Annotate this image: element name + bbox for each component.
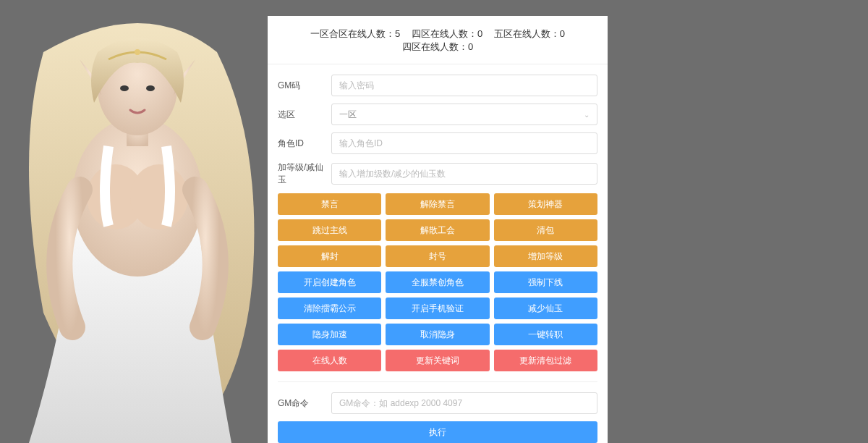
update-keywords-button[interactable]: 更新关键词 bbox=[386, 350, 489, 371]
stat-zone1: 一区合区在线人数：5 bbox=[310, 28, 400, 41]
disable-create-role-button[interactable]: 全服禁创角色 bbox=[386, 271, 489, 293]
gm-cmd-label: GM命令 bbox=[278, 397, 331, 410]
gm-cmd-input[interactable] bbox=[331, 392, 597, 414]
execute-button[interactable]: 执行 bbox=[278, 421, 597, 443]
svg-point-2 bbox=[130, 164, 188, 229]
update-clear-filter-button[interactable]: 更新清包过滤 bbox=[494, 350, 597, 371]
section-divider bbox=[278, 381, 597, 382]
svg-point-6 bbox=[120, 85, 129, 91]
zone-label: 选区 bbox=[278, 109, 331, 121]
clear-bag-button[interactable]: 清包 bbox=[494, 219, 597, 241]
character-illustration bbox=[0, 9, 282, 443]
ban-button[interactable]: 封号 bbox=[386, 245, 489, 267]
svg-point-5 bbox=[135, 49, 140, 55]
cancel-stealth-button[interactable]: 取消隐身 bbox=[386, 324, 489, 345]
add-level-button[interactable]: 增加等级 bbox=[494, 245, 597, 267]
svg-point-1 bbox=[87, 164, 145, 229]
level-jade-input[interactable] bbox=[331, 163, 597, 185]
stat-zone5: 五区在线人数：0 bbox=[494, 28, 565, 41]
enable-create-role-button[interactable]: 开启创建角色 bbox=[278, 271, 381, 293]
zone-select-value: 一区 bbox=[339, 109, 357, 121]
action-button-grid: 禁言 解除禁言 策划神器 跳过主线 解散工会 清包 解封 封号 增加等级 开启创… bbox=[278, 193, 597, 371]
online-stats-bar: 一区合区在线人数：5 四区在线人数：0 五区在线人数：0 四区在线人数：0 bbox=[268, 16, 608, 64]
svg-point-0 bbox=[72, 117, 203, 277]
level-jade-label: 加等级/减仙玉 bbox=[278, 161, 331, 186]
gm-code-label: GM码 bbox=[278, 80, 331, 92]
unmute-button[interactable]: 解除禁言 bbox=[386, 193, 489, 215]
stat-zone4a: 四区在线人数：0 bbox=[412, 28, 482, 41]
stat-zone4b: 四区在线人数：0 bbox=[402, 41, 473, 54]
chevron-down-icon: ⌄ bbox=[584, 111, 590, 119]
force-offline-button[interactable]: 强制下线 bbox=[494, 271, 597, 293]
svg-rect-3 bbox=[127, 117, 148, 146]
reduce-jade-button[interactable]: 减少仙玉 bbox=[494, 298, 597, 319]
unban-button[interactable]: 解封 bbox=[278, 245, 381, 267]
gm-form-section: GM码 选区 一区 ⌄ 角色ID 加等级/减仙玉 bbox=[268, 64, 608, 443]
svg-point-4 bbox=[98, 41, 177, 135]
role-id-input[interactable] bbox=[331, 132, 597, 154]
skip-main-button[interactable]: 跳过主线 bbox=[278, 219, 381, 241]
enable-phone-verify-button[interactable]: 开启手机验证 bbox=[386, 298, 489, 319]
role-id-label: 角色ID bbox=[278, 138, 331, 150]
svg-point-7 bbox=[146, 85, 155, 91]
disband-guild-button[interactable]: 解散工会 bbox=[386, 219, 489, 241]
clear-arena-button[interactable]: 清除擂霸公示 bbox=[278, 298, 381, 319]
zone-select[interactable]: 一区 ⌄ bbox=[331, 104, 597, 125]
online-count-button[interactable]: 在线人数 bbox=[278, 350, 381, 371]
gm-code-input[interactable] bbox=[331, 75, 597, 96]
gm-admin-panel: 一区合区在线人数：5 四区在线人数：0 五区在线人数：0 四区在线人数：0 GM… bbox=[268, 16, 608, 443]
stealth-speed-button[interactable]: 隐身加速 bbox=[278, 324, 381, 345]
one-click-transfer-button[interactable]: 一键转职 bbox=[494, 324, 597, 345]
planner-artifact-button[interactable]: 策划神器 bbox=[494, 193, 597, 215]
mute-button[interactable]: 禁言 bbox=[278, 193, 381, 215]
